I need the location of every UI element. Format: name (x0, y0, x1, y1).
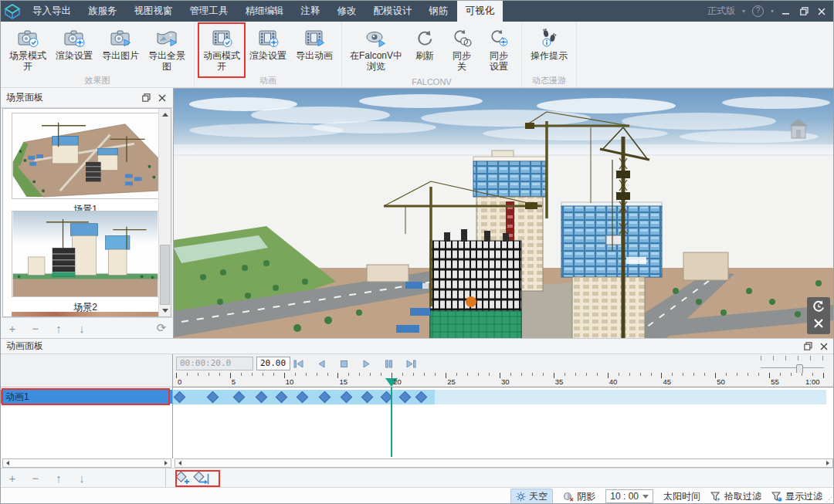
scene-thumbnail-2[interactable]: 场景2 (12, 211, 159, 314)
keyframe-diamond[interactable] (276, 391, 288, 404)
duration-input[interactable]: 20.00 (256, 357, 290, 370)
move-keyframe-button[interactable] (192, 470, 212, 486)
close-panel-icon[interactable] (156, 93, 168, 103)
step-back-button[interactable] (313, 357, 330, 370)
play-button[interactable] (358, 357, 375, 370)
timeline-track-area[interactable] (173, 387, 834, 458)
add-scene-button[interactable]: + (1, 322, 24, 335)
remove-scene-button[interactable]: − (24, 322, 47, 335)
add-keyframe-button[interactable] (171, 470, 192, 486)
scene-mode-toggle-button[interactable]: 场景模式开 (5, 24, 50, 76)
scrollbar-thumb[interactable] (160, 245, 170, 305)
scroll-up-icon[interactable] (159, 109, 171, 120)
viewport-3d[interactable] (173, 88, 834, 340)
animation-track-item[interactable]: 动画1 (1, 390, 172, 404)
close-toolbar-button[interactable] (813, 318, 824, 332)
float-panel-icon[interactable] (802, 341, 814, 352)
move-animation-down-button[interactable]: ↓ (70, 472, 93, 485)
ruler-tick (608, 373, 609, 378)
animation-mode-toggle-button[interactable]: 动画模式开 (199, 24, 244, 76)
scroll-left-icon[interactable] (175, 459, 185, 467)
close-button[interactable] (816, 6, 827, 17)
move-animation-up-button[interactable]: ↑ (47, 472, 70, 485)
home-view-button[interactable] (788, 117, 809, 144)
export-image-button[interactable]: 导出图片 (98, 24, 143, 76)
ruler-tick (748, 373, 748, 376)
scroll-right-icon[interactable] (823, 459, 832, 467)
sky-toggle-button[interactable]: 天空 (510, 489, 553, 504)
skip-to-end-button[interactable] (402, 357, 419, 370)
refresh-button[interactable]: 刷新 (407, 24, 442, 76)
scroll-right-icon[interactable] (161, 459, 171, 467)
help-icon[interactable]: ? (752, 5, 764, 17)
keyframe-diamond[interactable] (361, 391, 373, 404)
keyframe-diamond[interactable] (232, 391, 245, 404)
remove-animation-button[interactable]: − (24, 472, 47, 485)
menu-tab-annotation[interactable]: 注释 (293, 1, 329, 22)
minimize-button[interactable] (781, 6, 792, 17)
shadow-off-icon (563, 492, 574, 502)
help-caret-icon[interactable]: ▾ (771, 8, 774, 15)
resize-grip[interactable]: ⋰ (826, 496, 833, 503)
scene-thumbnail-3-partial[interactable] (12, 312, 159, 316)
close-panel-icon[interactable] (818, 341, 829, 352)
timeline-zoom-slider[interactable] (761, 364, 824, 372)
film-gear-icon (256, 25, 280, 50)
ruler-tick (381, 373, 381, 376)
browse-in-falconv-button[interactable]: 在FalconV中浏览 (347, 24, 405, 76)
sync-toggle-button[interactable]: 同步关 (444, 24, 480, 76)
timeline-area: 00:00:20.0 20.00 05101520253035404550551… (173, 354, 834, 458)
keyframe-diamond[interactable] (297, 391, 309, 404)
scene-thumbnail-1[interactable]: 场景1 (12, 113, 159, 216)
scroll-down-icon[interactable] (159, 305, 171, 316)
timeline-zoom-scale (761, 356, 824, 361)
menu-tab-modify[interactable]: 修改 (329, 1, 365, 22)
display-filter-button[interactable]: 显示过滤 (771, 490, 822, 503)
pause-button[interactable] (380, 357, 397, 370)
ruler-tick (619, 373, 619, 376)
move-scene-up-button[interactable]: ↑ (47, 322, 70, 335)
menu-tab-rebar[interactable]: 钢筋 (421, 1, 457, 22)
animation-render-settings-button[interactable]: 渲染设置 (246, 24, 290, 76)
add-animation-button[interactable]: + (1, 472, 24, 485)
render-settings-button[interactable]: 渲染设置 (52, 24, 97, 76)
scene-list-scrollbar[interactable] (158, 109, 171, 316)
menu-tab-visualization[interactable]: 可视化 (457, 1, 503, 22)
menu-tab-fine-edit[interactable]: 精细编辑 (237, 1, 293, 22)
menu-tab-import-export[interactable]: 导入导出 (24, 1, 80, 22)
edition-caret-icon[interactable]: ▾ (742, 8, 745, 15)
scroll-left-icon[interactable] (3, 459, 12, 467)
keyframe-diamond[interactable] (415, 391, 427, 404)
menu-tab-manage-tools[interactable]: 管理工具 (181, 1, 237, 22)
restore-button[interactable] (798, 6, 809, 17)
keyframe-diamond[interactable] (398, 391, 411, 404)
keyframe-diamond[interactable] (341, 391, 353, 404)
keyframe-diamond[interactable] (319, 391, 331, 404)
refresh-scenes-button[interactable]: ⟳ (150, 321, 173, 335)
menu-tab-formwork-design[interactable]: 配模设计 (365, 1, 421, 22)
ruler-tick (435, 373, 436, 376)
pick-filter-button[interactable]: 拾取过滤 (710, 490, 761, 503)
skip-to-start-button[interactable] (290, 357, 307, 370)
keyframe-diamond[interactable] (173, 391, 185, 404)
shadow-toggle-button[interactable]: 阴影 (563, 490, 595, 503)
sync-settings-button[interactable]: 同步设置 (481, 24, 517, 76)
menu-tab-family-service[interactable]: 族服务 (80, 1, 126, 22)
keyframe-diamond[interactable] (207, 391, 219, 404)
sun-time-dropdown[interactable]: 10 : 00 (605, 489, 653, 503)
menu-tab-view-window[interactable]: 视图视窗 (126, 1, 181, 22)
reset-view-button[interactable] (812, 299, 826, 316)
timeline-ruler[interactable]: 05101520253035404550551:00 (173, 373, 834, 387)
track-list-hscrollbar[interactable] (2, 458, 171, 468)
ruler-label: 30 (501, 377, 510, 386)
ruler-label: 5 (232, 377, 236, 386)
keyframe-diamond[interactable] (256, 391, 268, 404)
operation-tips-button[interactable]: 操作提示 (527, 24, 571, 76)
move-scene-down-button[interactable]: ↓ (70, 322, 93, 335)
stop-button[interactable] (335, 357, 352, 370)
export-animation-button[interactable]: 导出动画 (292, 24, 337, 76)
timeline-hscrollbar[interactable] (175, 458, 833, 468)
scene-list: 场景1 (2, 108, 171, 317)
float-panel-icon[interactable] (141, 93, 152, 103)
export-panorama-button[interactable]: 导出全景图 (144, 24, 189, 76)
